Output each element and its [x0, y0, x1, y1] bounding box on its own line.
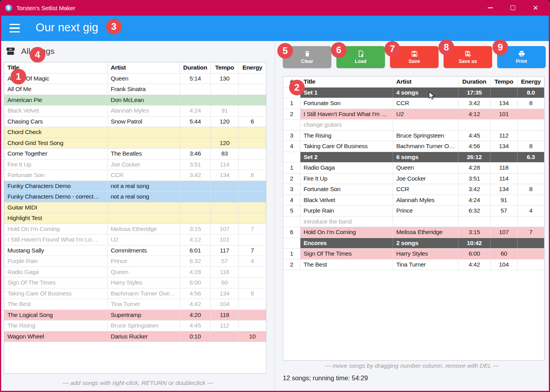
- save-as-label: Save as: [459, 59, 477, 64]
- song-row[interactable]: Radio GagaQueen4:28118: [4, 267, 266, 278]
- set-header-row[interactable]: Encores2 songs10:42: [283, 238, 544, 249]
- column-header-duration[interactable]: Duration: [458, 77, 491, 87]
- cell-title: Come Together: [4, 149, 108, 159]
- song-row[interactable]: Black VelvetAlannah Myles4:2491: [4, 106, 266, 116]
- setlist-song-row[interactable]: 5Purple RainPrince6:32574: [283, 206, 544, 217]
- cell-tempo: [491, 238, 518, 249]
- song-row[interactable]: Funky Characters Demo - correct…not a re…: [4, 192, 266, 202]
- song-row[interactable]: Funky Characters Demonot a real song: [4, 181, 266, 192]
- song-row[interactable]: Fortunate SonCCR3:421348: [4, 170, 266, 181]
- cell-tempo: 120: [211, 138, 239, 149]
- column-header-tempo[interactable]: Tempo: [491, 77, 518, 87]
- cell-number: [283, 217, 300, 227]
- song-row[interactable]: Chord Check: [4, 127, 266, 138]
- cell-artist: [393, 217, 458, 227]
- cell-tempo: 118: [211, 267, 239, 277]
- cell-title: Radio Gaga: [300, 163, 393, 173]
- load-file-icon: [357, 50, 365, 57]
- setlist-song-row[interactable]: 3The RisingBruce Springsteen4:45112: [283, 131, 544, 141]
- cell-energy: [239, 320, 266, 331]
- cell-energy: [518, 109, 544, 120]
- cell-artist: CCR: [393, 98, 458, 109]
- column-header-title[interactable]: Title: [300, 77, 393, 87]
- song-row[interactable]: Chasing CarsSnow Patrol5:441206: [4, 116, 266, 127]
- cell-title: Funky Characters Demo: [4, 181, 108, 192]
- song-row[interactable]: A Kind Of MagicQueen5:14130: [4, 73, 266, 84]
- close-button[interactable]: ✕: [524, 0, 547, 16]
- minimize-button[interactable]: [479, 0, 501, 16]
- setlist-song-row[interactable]: 4Taking Care Of BusinessBachmann Turner …: [283, 141, 544, 152]
- song-row[interactable]: I Still Haven't Found What I'm Lo…U24:12…: [4, 234, 266, 245]
- cell-number: [283, 152, 300, 163]
- cell-artist: Bruce Springsteen: [393, 131, 458, 141]
- app-window: Torsten's Setlist Maker ✕ Our next gig A…: [0, 0, 550, 392]
- song-row[interactable]: Come TogetherThe Beatles3:4683: [4, 149, 266, 159]
- cell-tempo: [211, 127, 239, 138]
- setlist-song-row[interactable]: 1Fortunate SonCCR3:421348: [283, 98, 544, 109]
- song-row[interactable]: Guitar MIDI: [4, 202, 266, 213]
- cell-energy: 8.0: [518, 88, 544, 98]
- cell-energy: 6: [239, 116, 266, 127]
- annotation-badge-5: 5: [277, 43, 293, 59]
- set-header-row[interactable]: Set 14 songs17:358.0: [283, 88, 544, 98]
- cell-title: Chasing Cars: [4, 116, 108, 127]
- song-row[interactable]: The BestTina Turner4:42104: [4, 299, 266, 310]
- cell-title: American Pie: [4, 95, 108, 106]
- comment-row[interactable]: change guitars: [283, 120, 544, 131]
- cell-energy: [239, 159, 266, 170]
- song-row[interactable]: The Logical SongSupertramp4:20118: [4, 310, 266, 321]
- song-row[interactable]: Wagon WheelDarius Rucker0:1010: [4, 331, 266, 342]
- setlist-song-row[interactable]: 3Fortunate SonCCR3:421348: [283, 184, 544, 195]
- column-header-energy[interactable]: Energy: [518, 77, 544, 87]
- setlist-song-row[interactable]: 4Black VelvetAlannah Myles4:2491: [283, 195, 544, 206]
- cell-tempo: 60: [211, 277, 239, 288]
- set-header-row[interactable]: Set 26 songs26:126.3: [283, 152, 544, 163]
- cell-number: 2: [283, 174, 300, 184]
- cell-title: I Still Haven't Found What I'm Lo…: [4, 234, 108, 245]
- setlist-song-row[interactable]: 2I Still Haven't Found What I'm …U24:121…: [283, 109, 544, 120]
- song-row[interactable]: Sign Of The TimesHarry Styles6:0060: [4, 277, 266, 288]
- setlist-song-row[interactable]: 6Hold On I'm ComingMelissa Etheridge3:15…: [283, 227, 544, 238]
- song-row[interactable]: Mustang SallyCommitments6:011177: [4, 245, 266, 256]
- print-icon: [518, 50, 525, 57]
- cell-artist: The Beatles: [108, 149, 180, 159]
- cell-number: 4: [283, 195, 300, 206]
- column-header-duration[interactable]: Duration: [180, 63, 211, 73]
- cell-number: 1: [283, 98, 300, 109]
- comment-row[interactable]: introduce the band: [283, 217, 544, 227]
- cell-artist: not a real song: [108, 181, 180, 192]
- column-header-artist[interactable]: Artist: [393, 77, 458, 87]
- song-row[interactable]: Highlight Test: [4, 213, 266, 224]
- song-row[interactable]: Taking Care Of BusinessBachmann Turner O…: [4, 288, 266, 299]
- cell-title: Highlight Test: [4, 213, 108, 224]
- column-header-artist[interactable]: Artist: [108, 63, 180, 73]
- song-row[interactable]: All Of MeFrank Sinatra: [4, 84, 266, 95]
- trash-icon: [304, 50, 311, 57]
- cell-energy: [239, 310, 266, 320]
- cell-artist: U2: [108, 234, 180, 245]
- cell-energy: [239, 73, 266, 84]
- song-row[interactable]: Hold On I'm ComingMelissa Etheridge3:151…: [4, 224, 266, 235]
- cell-duration: [180, 192, 211, 202]
- song-row[interactable]: American PieDon McLean: [4, 95, 266, 106]
- menu-icon[interactable]: [9, 24, 20, 32]
- cell-title: The Best: [300, 260, 393, 270]
- cell-title: Chord Grid Test Song: [4, 138, 108, 149]
- song-row[interactable]: Purple RainPrince6:32574: [4, 256, 266, 267]
- setlist-song-row[interactable]: 1Radio GagaQueen4:28118: [283, 163, 544, 174]
- column-header-energy[interactable]: Energy: [239, 63, 266, 73]
- song-row[interactable]: Fire It UpJoe Cocker3:51114: [4, 159, 266, 170]
- cell-energy: 7: [239, 245, 266, 256]
- cell-number: 5: [283, 206, 300, 216]
- cell-energy: [239, 192, 266, 202]
- setlist-song-row[interactable]: 2The BestTina Turner4:42104: [283, 260, 544, 270]
- song-row[interactable]: Chord Grid Test Song120: [4, 138, 266, 149]
- song-row[interactable]: The RisingBruce Springsteen4:45112: [4, 320, 266, 331]
- app-icon: [5, 4, 13, 12]
- setlist-song-row[interactable]: 2Fire It UpJoe Cocker3:51114: [283, 174, 544, 184]
- cell-tempo: [211, 192, 239, 202]
- cell-title: Fortunate Son: [4, 170, 108, 181]
- column-header-tempo[interactable]: Tempo: [211, 63, 239, 73]
- maximize-button[interactable]: [501, 0, 524, 16]
- setlist-song-row[interactable]: 1Sign Of The TimesHarry Styles6:0060: [283, 249, 544, 260]
